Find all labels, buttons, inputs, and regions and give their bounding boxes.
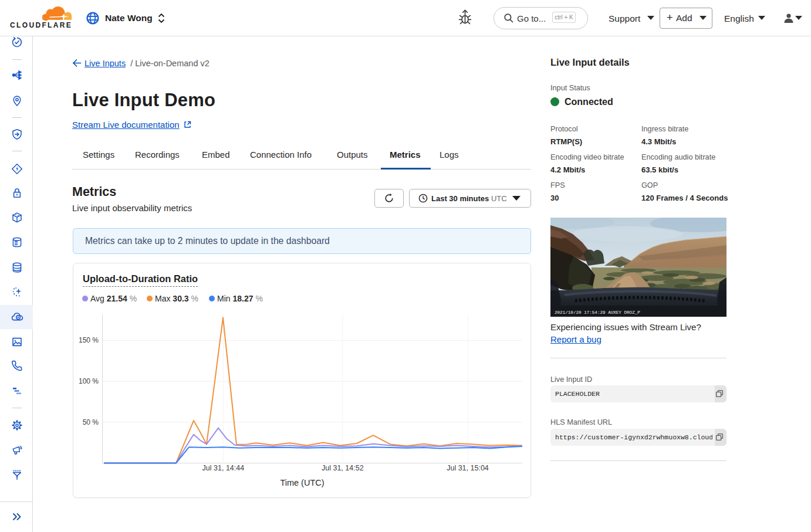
svg-text:Jul 31, 14:52: Jul 31, 14:52 [322, 464, 364, 472]
svg-text:CLOUDFLARE: CLOUDFLARE [10, 21, 72, 29]
svg-text:Jul 31, 15:04: Jul 31, 15:04 [447, 464, 489, 472]
svg-text:Jul 31, 14:44: Jul 31, 14:44 [202, 464, 245, 472]
svg-text:Time (UTC): Time (UTC) [280, 478, 324, 487]
svg-text:2021/10/20 17:54:29 AUXEY DROZ: 2021/10/20 17:54:29 AUXEY DROZ_P [555, 310, 640, 315]
svg-text:100 %: 100 % [79, 377, 99, 385]
svg-text:150 %: 150 % [79, 336, 99, 344]
svg-text:50 %: 50 % [83, 418, 99, 426]
